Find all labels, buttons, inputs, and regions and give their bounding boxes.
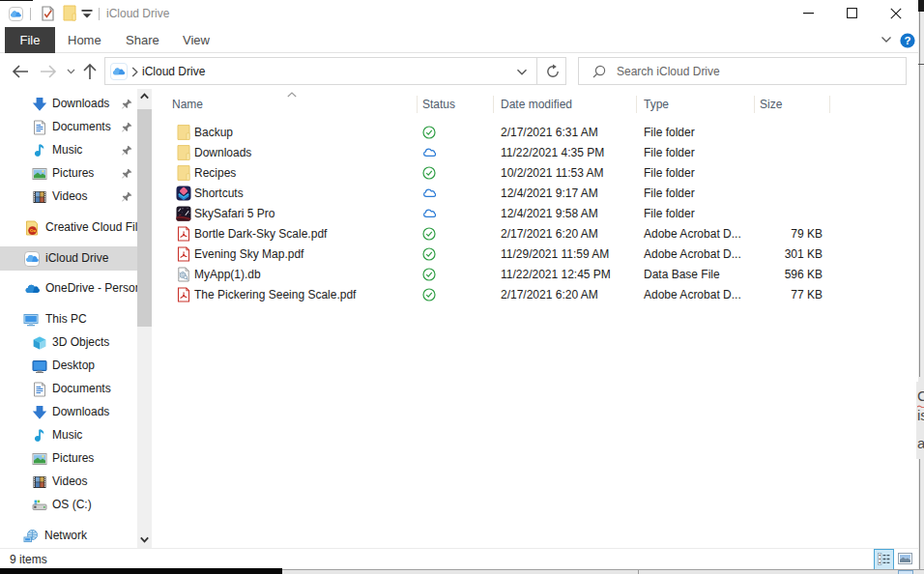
svg-text:?: ? (904, 35, 910, 46)
